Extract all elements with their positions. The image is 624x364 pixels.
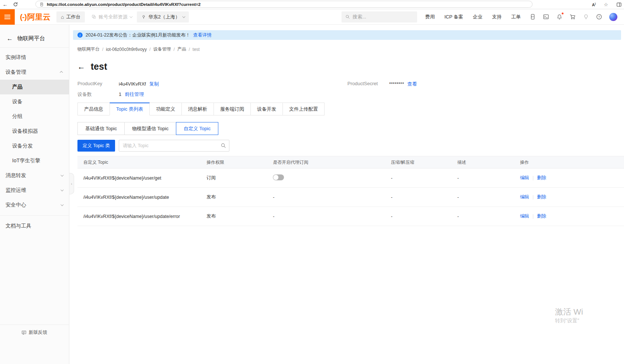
breadcrumb-item[interactable]: 物联网平台 bbox=[77, 46, 100, 52]
help-icon[interactable]: ? bbox=[596, 14, 602, 20]
cart-icon[interactable] bbox=[569, 14, 576, 20]
sidebar-item-message-forward[interactable]: 消息转发 bbox=[0, 168, 69, 183]
device-count-label: 设备数 bbox=[77, 91, 92, 98]
nav-link-tickets[interactable]: 工单 bbox=[511, 14, 521, 20]
table-header: 自定义 Topic 操作权限 是否开启代理订阅 压缩/解压缩 描述 操作 bbox=[77, 156, 624, 169]
breadcrumb-item[interactable]: iot-06z00c0h9r6voyy bbox=[106, 47, 147, 52]
home-icon: ⌂ bbox=[61, 14, 64, 20]
account-resources-dropdown[interactable]: 账号全部资源 bbox=[91, 14, 132, 20]
aliyun-logo[interactable]: (-) 阿里云 bbox=[20, 12, 51, 22]
sidebar-item-security-center[interactable]: 安全中心 bbox=[0, 198, 69, 212]
copy-link[interactable]: 复制 bbox=[149, 81, 159, 87]
define-topic-button[interactable]: 定义 Topic 类 bbox=[77, 140, 115, 152]
subtab-custom-topic[interactable]: 自定义 Topic bbox=[176, 122, 218, 135]
tab-file-upload-config[interactable]: 文件上传配置 bbox=[282, 103, 325, 115]
svg-text:?: ? bbox=[598, 15, 600, 19]
sidebar-item-product[interactable]: 产品 bbox=[0, 80, 69, 94]
region-selector[interactable]: 华东2（上海） bbox=[137, 11, 188, 22]
avatar[interactable] bbox=[609, 13, 617, 21]
page-back-icon[interactable]: ← bbox=[77, 63, 85, 70]
sidebar-item-monitor-ops[interactable]: 监控运维 bbox=[0, 183, 69, 198]
tab-message-parsing[interactable]: 消息解析 bbox=[181, 103, 214, 115]
topic-search-input[interactable] bbox=[119, 140, 229, 152]
search-icon[interactable] bbox=[221, 143, 226, 148]
favorites-star-icon[interactable]: ☆ bbox=[604, 2, 608, 7]
sidebar-item-docs-tools[interactable]: 文档与工具 bbox=[0, 219, 69, 233]
delete-link[interactable]: 删除 bbox=[537, 194, 546, 200]
main-content: ‹ i 2024-01-22发布公告：企业版实例1月新功能发布！ 查看详情 物联… bbox=[69, 25, 624, 364]
split-screen-icon[interactable] bbox=[616, 2, 622, 7]
breadcrumb-item[interactable]: 产品 bbox=[177, 46, 186, 52]
notification-bell-icon[interactable] bbox=[556, 14, 562, 20]
delete-link[interactable]: 删除 bbox=[537, 213, 546, 219]
edit-link[interactable]: 编辑 bbox=[520, 175, 529, 181]
announcement-banner: i 2024-01-22发布公告：企业版实例1月新功能发布！ 查看详情 bbox=[73, 30, 621, 40]
delete-link[interactable]: 删除 bbox=[537, 175, 546, 181]
topnav-search[interactable]: 搜索... bbox=[342, 11, 417, 22]
nav-link-support[interactable]: 支持 bbox=[492, 14, 502, 20]
action-divider bbox=[533, 176, 533, 180]
permission-cell: 发布 bbox=[201, 213, 267, 219]
topic-cell: /i4u4VIKvRXf/${deviceName}/user/update/e… bbox=[77, 214, 201, 219]
announcement-detail-link[interactable]: 查看详情 bbox=[193, 32, 211, 38]
compress-cell: - bbox=[385, 195, 451, 200]
nav-link-enterprise[interactable]: 企业 bbox=[473, 14, 482, 20]
feedback-icon bbox=[21, 330, 27, 335]
sidebar-collapse-handle[interactable]: ‹ bbox=[69, 173, 74, 194]
description-cell: - bbox=[451, 195, 514, 200]
tab-device-development[interactable]: 设备开发 bbox=[250, 103, 283, 115]
table-row: /i4u4VIKvRXf/${deviceName}/user/update 发… bbox=[77, 188, 624, 207]
notification-badge bbox=[562, 13, 564, 14]
sidebar-item-iot-twin[interactable]: IoT孪生引擎 bbox=[0, 153, 69, 168]
nav-link-icp[interactable]: ICP 备案 bbox=[444, 14, 463, 20]
tab-function-definition[interactable]: 功能定义 bbox=[149, 103, 182, 115]
sidebar-item-label: 分组 bbox=[12, 113, 22, 120]
sidebar-back-icon[interactable]: ← bbox=[7, 35, 13, 42]
edit-link[interactable]: 编辑 bbox=[520, 194, 529, 200]
proxy-subscribe-cell: - bbox=[267, 214, 385, 219]
workbench-button[interactable]: ⌂ 工作台 bbox=[56, 11, 85, 22]
sidebar-item-group[interactable]: 分组 bbox=[0, 109, 69, 124]
product-secret-value: ********查看 bbox=[389, 81, 417, 87]
watermark-line1: 激活 Wi bbox=[555, 307, 583, 317]
sidebar-item-distribution[interactable]: 设备分发 bbox=[0, 139, 69, 153]
col-header: 自定义 Topic bbox=[77, 159, 201, 166]
subtab-thing-model-topic[interactable]: 物模型通信 Topic bbox=[124, 122, 176, 135]
lightbulb-icon[interactable] bbox=[583, 14, 589, 20]
nav-link-billing[interactable]: 费用 bbox=[425, 14, 435, 20]
main-tabs: 产品信息 Topic 类列表 功能定义 消息解析 服务端订阅 设备开发 文件上传… bbox=[77, 103, 325, 115]
mobile-app-icon[interactable]: APP bbox=[530, 14, 536, 20]
sidebar-item-label: 设备分发 bbox=[12, 143, 33, 149]
tab-product-info[interactable]: 产品信息 bbox=[77, 103, 110, 115]
sidebar-item-label: 设备 bbox=[12, 98, 22, 105]
browser-address-bar[interactable]: https://iot.console.aliyun.com/product/p… bbox=[35, 1, 533, 8]
manage-devices-link[interactable]: 前往管理 bbox=[125, 91, 144, 97]
tab-topic-list[interactable]: Topic 类列表 bbox=[110, 103, 150, 115]
proxy-subscribe-toggle[interactable] bbox=[273, 174, 284, 180]
topic-table: 自定义 Topic 操作权限 是否开启代理订阅 压缩/解压缩 描述 操作 /i4… bbox=[77, 156, 624, 226]
browser-back-icon[interactable]: ← bbox=[0, 0, 10, 8]
terminal-icon[interactable] bbox=[543, 14, 549, 20]
col-header: 压缩/解压缩 bbox=[385, 159, 451, 166]
page-icon bbox=[39, 2, 44, 7]
watermark-line2: 转到“设置” bbox=[555, 317, 583, 324]
sidebar-item-simulator[interactable]: 设备模拟器 bbox=[0, 124, 69, 139]
aliyun-logo-mark: (-) bbox=[20, 13, 27, 21]
sidebar-title: 物联网平台 bbox=[17, 35, 45, 42]
read-aloud-icon[interactable]: A) bbox=[592, 2, 596, 7]
browser-chrome: ← https://iot.console.aliyun.com/product… bbox=[0, 0, 624, 9]
sidebar-item-instance-detail[interactable]: 实例详情 bbox=[0, 50, 69, 65]
product-key-value: i4u4VIKvRXf复制 bbox=[119, 81, 159, 87]
subtab-basic-topic[interactable]: 基础通信 Topic bbox=[77, 122, 125, 135]
tab-server-subscription[interactable]: 服务端订阅 bbox=[214, 103, 251, 115]
resources-icon bbox=[91, 14, 96, 19]
browser-refresh-icon[interactable] bbox=[10, 0, 21, 8]
feedback-button[interactable]: 新版反馈 bbox=[21, 329, 69, 336]
view-secret-link[interactable]: 查看 bbox=[407, 81, 417, 87]
sidebar-item-device[interactable]: 设备 bbox=[0, 94, 69, 109]
breadcrumb-item[interactable]: 设备管理 bbox=[153, 46, 171, 52]
edit-link[interactable]: 编辑 bbox=[520, 213, 529, 219]
console-menu-button[interactable] bbox=[0, 9, 15, 25]
sidebar-item-device-mgmt[interactable]: 设备管理 bbox=[0, 65, 69, 80]
table-row: /i4u4VIKvRXf/${deviceName}/user/get 订阅 -… bbox=[77, 169, 624, 188]
